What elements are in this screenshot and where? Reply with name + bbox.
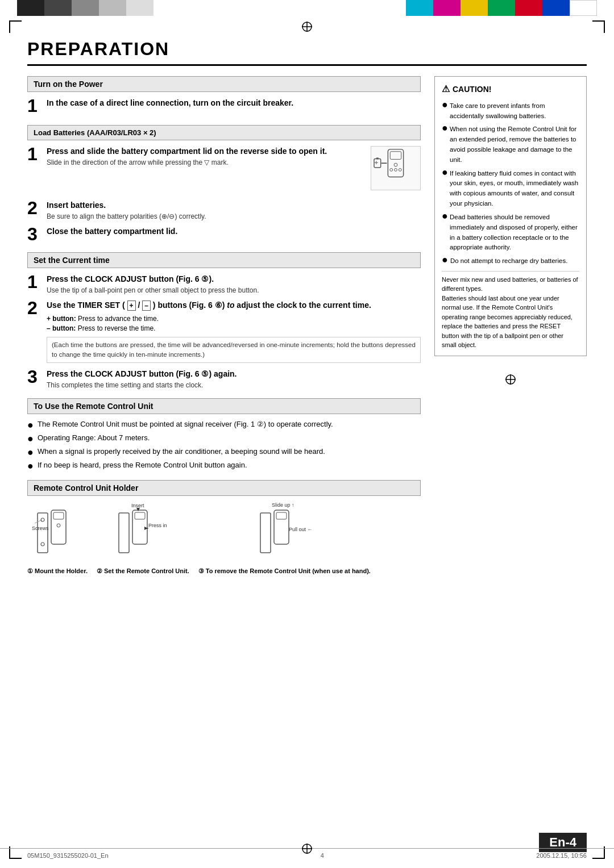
holder-diagram-1: Screws	[32, 502, 83, 565]
caution-item-1: ● Take care to prevent infants from acci…	[442, 101, 579, 122]
svg-point-14	[41, 518, 44, 521]
footer-center: 4	[321, 852, 324, 859]
caution-box: ⚠ CAUTION! ● Take care to prevent infant…	[434, 76, 587, 356]
step-clock-2-main: Use the TIMER SET ( + / – ) buttons (Fig…	[47, 300, 421, 311]
footer-left: 05M150_9315255020-01_En	[27, 852, 109, 859]
holder-item-1: Screws ① Mount the Holder.	[27, 502, 88, 575]
remote-bullet-2: ● Operating Range: About 7 meters.	[27, 433, 421, 444]
caution-dot-3: ●	[442, 167, 447, 177]
svg-rect-4	[390, 152, 401, 160]
caution-dot-2: ●	[442, 123, 447, 133]
holder-item-2: Insert Press in	[97, 502, 189, 575]
remote-bullet-1-text: The Remote Control Unit must be pointed …	[38, 420, 333, 428]
step-1-main: In the case of a direct line connection,…	[47, 98, 421, 108]
svg-text:Slide up ↑: Slide up ↑	[272, 502, 294, 508]
right-column: ⚠ CAUTION! ● Take care to prevent infant…	[434, 76, 587, 584]
step-battery-num-2: 2	[27, 199, 42, 217]
step-clock-num-2: 2	[27, 299, 42, 317]
remote-bullet-2-text: Operating Range: About 7 meters.	[38, 433, 150, 442]
caution-note: Never mix new and used batteries, or bat…	[442, 271, 579, 350]
step-battery-content-3: Close the battery compartment lid.	[47, 226, 421, 237]
footer-right: 2005.12.15, 10:56	[536, 852, 587, 859]
step-clock-content-1: Press the CLOCK ADJUST button (Fig. 6 ⑤)…	[47, 274, 421, 294]
caution-item-3: ● If leaking battery fluid comes in cont…	[442, 169, 579, 209]
caution-note-text: Never mix new and used batteries, or bat…	[442, 276, 578, 349]
svg-point-15	[41, 542, 44, 546]
step-battery-3: 3 Close the battery compartment lid.	[27, 226, 421, 243]
remote-control-section: To Use the Remote Control Unit ● The Rem…	[27, 398, 421, 471]
step-clock-content-3: Press the CLOCK ADJUST button (Fig. 6 ⑤)…	[47, 369, 421, 389]
minus-btn-text: Press to reverse the time.	[78, 324, 156, 332]
svg-rect-10	[376, 157, 379, 159]
caution-dot-1: ●	[442, 99, 447, 110]
svg-text:Screws: Screws	[32, 525, 49, 531]
step-clock-2: 2 Use the TIMER SET ( + / – ) buttons (F…	[27, 300, 421, 363]
svg-rect-21	[119, 513, 129, 553]
step-content-1: In the case of a direct line connection,…	[47, 98, 421, 108]
remote-bullet-4: ● If no beep is heard, press the Remote …	[27, 461, 421, 471]
holder-diagrams: Screws ① Mount the Holder.	[27, 502, 421, 575]
holder-diagram-3: Slide up ↑ Pull out ←	[256, 502, 313, 565]
step-turn-1: 1 In the case of a direct line connectio…	[27, 98, 421, 115]
caution-title-text: CAUTION!	[453, 84, 491, 96]
turn-on-power-header: Turn on the Power	[27, 76, 421, 92]
left-column: Turn on the Power 1 In the case of a dir…	[27, 76, 421, 584]
step-battery-2: 2 Insert batteries. Be sure to align the…	[27, 200, 421, 220]
svg-point-7	[395, 168, 397, 171]
caution-text-5: Do not attempt to recharge dry batteries…	[450, 256, 567, 266]
step-num-1: 1	[27, 97, 42, 115]
caution-text-2: When not using the Remote Control Unit f…	[450, 124, 579, 165]
svg-text:Pull out ←: Pull out ←	[289, 527, 313, 532]
bullet-icon-1: ●	[27, 420, 34, 430]
load-batteries-section: Load Batteries (AAA/R03/LR03 × 2) 1	[27, 125, 421, 243]
holder-item-3: Slide up ↑ Pull out ←	[198, 502, 371, 575]
step-battery-num-3: 3	[27, 225, 42, 243]
remote-control-bullets: ● The Remote Control Unit must be pointe…	[27, 420, 421, 471]
remote-bullet-3: ● When a signal is properly received by …	[27, 447, 421, 457]
svg-rect-13	[38, 513, 48, 553]
svg-rect-17	[53, 512, 64, 519]
svg-point-5	[394, 163, 397, 166]
step-clock-num-3: 3	[27, 368, 42, 386]
svg-line-19	[35, 520, 42, 523]
set-time-header: Set the Current time	[27, 252, 421, 268]
step-battery-num-1: 1	[27, 145, 42, 163]
plus-btn-label: + button:	[47, 315, 76, 323]
step-clock-num-1: 1	[27, 273, 42, 291]
caution-title: ⚠ CAUTION!	[442, 82, 579, 97]
svg-rect-23	[135, 512, 145, 519]
main-layout: Turn on the Power 1 In the case of a dir…	[27, 76, 587, 584]
caution-item-4: ● Dead batteries should be removed immed…	[442, 212, 579, 253]
minus-btn-label: – button:	[47, 324, 76, 332]
remote-bullet-4-text: If no beep is heard, press the Remote Co…	[38, 461, 247, 469]
reg-mark-right	[504, 373, 517, 386]
set-time-section: Set the Current time 1 Press the CLOCK A…	[27, 252, 421, 389]
step-battery-content-2: Insert batteries. Be sure to align the b…	[47, 200, 421, 220]
step-battery-1-main: Press and slide the battery compartment …	[47, 146, 421, 157]
svg-rect-9	[374, 158, 381, 168]
step-clock-1-main: Press the CLOCK ADJUST button (Fig. 6 ⑤)…	[47, 274, 421, 285]
load-batteries-header: Load Batteries (AAA/R03/LR03 × 2)	[27, 125, 421, 140]
holder-header: Remote Control Unit Holder	[27, 480, 421, 496]
timer-extra-note: (Each time the buttons are pressed, the …	[47, 337, 421, 364]
remote-bullet-1: ● The Remote Control Unit must be pointe…	[27, 420, 421, 430]
holder-label-3: ③ To remove the Remote Control Unit (whe…	[198, 567, 371, 575]
svg-point-18	[57, 524, 60, 527]
bullet-icon-2: ●	[27, 433, 34, 444]
step-clock-3: 3 Press the CLOCK ADJUST button (Fig. 6 …	[27, 369, 421, 389]
svg-text:Insert: Insert	[131, 503, 144, 508]
step-battery-content-1: Press and slide the battery compartment …	[47, 146, 421, 194]
warning-icon: ⚠	[442, 82, 450, 97]
step-clock-1-sub: Use the tip of a ball-point pen or other…	[47, 286, 421, 294]
step-clock-3-sub: This completes the time setting and star…	[47, 381, 421, 389]
caution-text-4: Dead batteries should be removed immedia…	[450, 212, 579, 253]
caution-text-3: If leaking battery fluid comes in contac…	[450, 169, 579, 209]
step-clock-content-2: Use the TIMER SET ( + / – ) buttons (Fig…	[47, 300, 421, 363]
holder-section: Remote Control Unit Holder	[27, 480, 421, 575]
step-clock-3-main: Press the CLOCK ADJUST button (Fig. 6 ⑤)…	[47, 369, 421, 379]
plus-btn-text: Press to advance the time.	[78, 315, 159, 323]
page-title: PREPARATION	[27, 39, 587, 66]
svg-point-6	[390, 168, 393, 171]
step-battery-3-main: Close the battery compartment lid.	[47, 226, 421, 237]
caution-item-2: ● When not using the Remote Control Unit…	[442, 124, 579, 165]
